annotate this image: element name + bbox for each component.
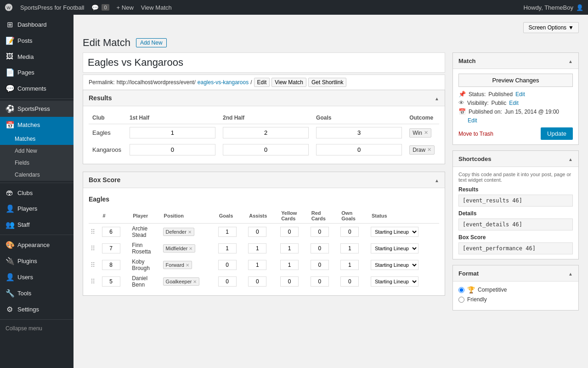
player3-red-input[interactable]	[311, 260, 329, 270]
player1-own-input[interactable]	[340, 227, 359, 237]
sidebar-item-sportspress[interactable]: ⚽ SportsPress	[0, 101, 74, 117]
view-match-button[interactable]: View Match	[271, 78, 306, 87]
kangaroos-first-half-input[interactable]	[130, 144, 215, 155]
player1-position-remove[interactable]: ✕	[188, 230, 192, 235]
box-score-toggle-button[interactable]	[435, 176, 439, 184]
permalink-slug[interactable]: eagles-vs-kangaroos	[198, 79, 249, 86]
player4-red-input[interactable]	[311, 276, 329, 287]
sidebar-item-plugins[interactable]: 🔌 Plugins	[0, 253, 74, 269]
details-shortcode-code[interactable]: [event_details 46]	[458, 218, 573, 230]
screen-options-button[interactable]: Screen Options ▼	[523, 22, 579, 33]
drag-handle-2[interactable]: ⠿	[90, 245, 95, 252]
update-button[interactable]: Update	[541, 127, 573, 140]
player2-goals-input[interactable]	[218, 243, 237, 253]
results-shortcode-code[interactable]: [event_results 46]	[458, 195, 573, 207]
kangaroos-second-half-input[interactable]	[223, 144, 309, 155]
results-panel-header: Results	[83, 90, 445, 106]
sidebar-item-settings[interactable]: ⚙ Settings	[0, 301, 74, 317]
results-toggle-button[interactable]	[435, 94, 439, 102]
player4-position-remove[interactable]: ✕	[193, 279, 197, 284]
comments-count: 0	[102, 4, 109, 11]
sidebar-sub-calendars[interactable]: Calendars	[0, 169, 74, 181]
wp-logo-link[interactable]: W	[5, 3, 13, 12]
format-competitive-radio[interactable]	[458, 287, 464, 293]
site-name-link[interactable]: SportsPress for Football	[20, 4, 84, 11]
eagles-first-half-input[interactable]	[130, 127, 215, 138]
shortcodes-toggle-button[interactable]	[568, 155, 573, 163]
published-value: Jun 15, 2014 @ 19:00	[505, 109, 559, 115]
sidebar-item-users[interactable]: 👤 Users	[0, 269, 74, 285]
player4-goals-input[interactable]	[218, 276, 237, 287]
drag-handle-3[interactable]: ⠿	[90, 261, 95, 269]
sidebar-item-appearance[interactable]: 🎨 Appearance	[0, 237, 74, 253]
player1-assists-input[interactable]	[248, 227, 266, 237]
player3-assists-input[interactable]	[248, 260, 266, 270]
sidebar-item-staff[interactable]: 👥 Staff	[0, 217, 74, 233]
move-to-trash-link[interactable]: Move to Trash	[458, 131, 493, 137]
player1-status-select[interactable]: Starting Lineup Substitute Not Playing	[371, 227, 418, 237]
boxscore-shortcode-code[interactable]: [event_performance 46]	[458, 242, 573, 254]
permalink-edit-button[interactable]: Edit	[254, 78, 270, 87]
player1-number-input[interactable]	[102, 227, 120, 237]
player3-yellow-input[interactable]	[280, 260, 299, 270]
player1-red-input[interactable]	[311, 227, 329, 237]
player1-yellow-input[interactable]	[280, 227, 299, 237]
player3-goals-input[interactable]	[218, 260, 237, 270]
player4-number-input[interactable]	[102, 276, 120, 287]
player2-yellow-input[interactable]	[280, 243, 299, 253]
get-shortlink-button[interactable]: Get Shortlink	[308, 78, 346, 87]
col-outcome: Outcome	[406, 112, 439, 124]
add-new-button[interactable]: Add New	[136, 38, 167, 47]
player2-number-input[interactable]	[102, 243, 120, 253]
player2-position-remove[interactable]: ✕	[189, 246, 192, 251]
published-edit-link[interactable]: Edit	[468, 117, 477, 124]
match-panel-toggle-button[interactable]	[568, 57, 573, 65]
sidebar-item-media[interactable]: 🖼 Media	[0, 49, 74, 64]
player3-own-input[interactable]	[340, 260, 359, 270]
eagles-outcome-remove[interactable]: ✕	[424, 130, 428, 136]
format-friendly-radio[interactable]	[458, 297, 464, 303]
visibility-edit-link[interactable]: Edit	[509, 100, 519, 106]
player2-assists-input[interactable]	[248, 243, 266, 253]
kangaroos-outcome-remove[interactable]: ✕	[427, 147, 431, 153]
player4-own-input[interactable]	[340, 276, 359, 287]
player2-status-select[interactable]: Starting Lineup Substitute Not Playing	[371, 243, 418, 253]
eagles-second-half-input[interactable]	[223, 127, 309, 138]
format-toggle-button[interactable]	[568, 269, 573, 277]
post-title-input[interactable]	[83, 52, 445, 73]
drag-handle-4[interactable]: ⠿	[90, 278, 95, 285]
publish-actions: Move to Trash Update	[458, 127, 573, 140]
collapse-menu[interactable]: Collapse menu	[0, 322, 74, 335]
sidebar-item-players[interactable]: 👤 Players	[0, 201, 74, 217]
player3-status-select[interactable]: Starting Lineup Substitute Not Playing	[371, 260, 418, 270]
sidebar-item-dashboard[interactable]: ⊞ Dashboard	[0, 17, 74, 33]
drag-handle-1[interactable]: ⠿	[90, 228, 95, 236]
preview-changes-button[interactable]: Preview Changes	[458, 74, 573, 87]
player4-status-select[interactable]: Starting Lineup Substitute Not Playing	[371, 276, 418, 287]
content-sidebar: Match Preview Changes 📌 Status: Publishe…	[452, 52, 579, 316]
sidebar-sub-fields[interactable]: Fields	[0, 157, 74, 169]
sidebar-item-tools[interactable]: 🔧 Tools	[0, 285, 74, 301]
player4-assists-input[interactable]	[248, 276, 266, 287]
screen-options-label: Screen Options	[528, 24, 566, 31]
new-content-link[interactable]: + New	[117, 4, 134, 11]
sidebar-item-pages[interactable]: 📄 Pages	[0, 64, 74, 80]
comments-link[interactable]: 💬 0	[91, 4, 109, 11]
sidebar-item-matches[interactable]: 📅 Matches	[0, 117, 74, 133]
player2-red-input[interactable]	[311, 243, 329, 253]
view-match-link[interactable]: View Match	[141, 4, 172, 11]
player1-goals-input[interactable]	[218, 227, 237, 237]
player3-position-remove[interactable]: ✕	[186, 263, 189, 268]
player4-yellow-input[interactable]	[280, 276, 299, 287]
eagles-goals-input[interactable]	[316, 127, 402, 138]
sidebar-sub-add-new[interactable]: Add New	[0, 145, 74, 157]
status-edit-link[interactable]: Edit	[515, 91, 525, 98]
sidebar-item-posts[interactable]: 📝 Posts	[0, 33, 74, 49]
sidebar-item-comments[interactable]: 💬 Comments	[0, 80, 74, 97]
visibility-label: Visibility:	[467, 100, 488, 106]
player2-own-input[interactable]	[340, 243, 359, 253]
sidebar-item-clubs[interactable]: 🏟 Clubs	[0, 185, 74, 201]
kangaroos-goals-input[interactable]	[316, 144, 402, 155]
sidebar-sub-all-matches[interactable]: Matches	[0, 133, 74, 145]
player3-number-input[interactable]	[102, 260, 120, 270]
